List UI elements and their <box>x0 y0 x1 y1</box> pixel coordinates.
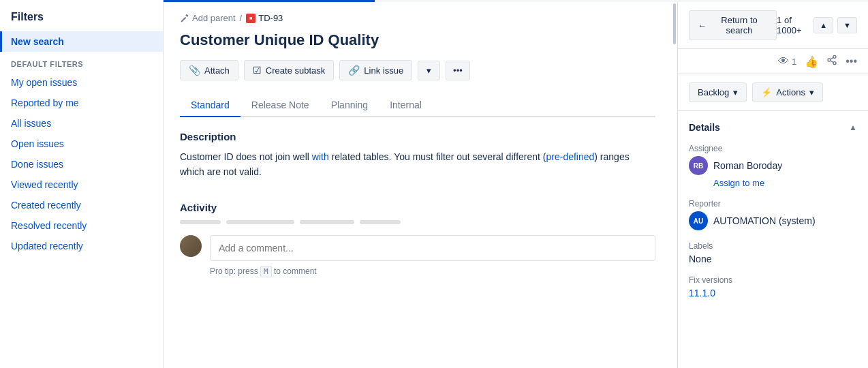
details-title: Details <box>689 122 720 133</box>
issue-header-icons: 👁 1 👍 ••• <box>678 49 868 74</box>
svg-line-4 <box>831 57 834 59</box>
pro-tip-key: M <box>260 266 272 277</box>
actions-chevron-icon: ▾ <box>809 87 814 97</box>
backlog-chevron-icon: ▾ <box>733 87 738 97</box>
extra-actions-button[interactable]: ••• <box>446 61 470 80</box>
tab-planning[interactable]: Planning <box>320 94 379 117</box>
issue-tabs: Standard Release Note Planning Internal <box>180 94 655 117</box>
activity-loading <box>180 220 655 224</box>
fix-versions-label: Fix versions <box>689 275 857 285</box>
like-icon: 👍 <box>805 55 818 68</box>
comment-area <box>180 235 655 261</box>
description-link-predefined: pre-defined <box>546 151 594 162</box>
sidebar-item-all-issues[interactable]: All issues <box>0 113 163 134</box>
actions-button[interactable]: ⚡ Actions ▾ <box>752 82 823 102</box>
issue-title[interactable]: Customer Unique ID Quality <box>180 31 655 49</box>
main-content: Add parent / TD-93 Customer Unique ID Qu… <box>164 0 868 368</box>
link-issue-button[interactable]: 🔗 Link issue <box>339 60 412 80</box>
sidebar-item-viewed-recently[interactable]: Viewed recently <box>0 174 163 195</box>
assignee-row: Assignee RB Roman Boroday Assign to me <box>689 144 857 188</box>
breadcrumb: Add parent / TD-93 <box>180 13 655 23</box>
sidebar-item-created-recently[interactable]: Created recently <box>0 195 163 215</box>
more-actions-dropdown[interactable]: ▾ <box>418 61 440 80</box>
assignee-name: Roman Boroday <box>713 160 782 171</box>
sidebar: Filters New search DEFAULT FILTERS My op… <box>0 0 164 368</box>
assignee-label: Assignee <box>689 144 857 153</box>
activity-heading: Activity <box>180 202 655 213</box>
loading-bar-4 <box>360 220 401 224</box>
add-parent-link[interactable]: Add parent <box>180 13 236 23</box>
sidebar-item-done-issues[interactable]: Done issues <box>0 154 163 174</box>
sidebar-default-filters-label: DEFAULT FILTERS <box>0 52 163 72</box>
sidebar-item-reported-by-me[interactable]: Reported by me <box>0 93 163 113</box>
labels-row: Labels None <box>689 241 857 264</box>
pagination: 1 of 1000+ ▲ ▼ <box>777 15 857 35</box>
breadcrumb-issue-id[interactable]: TD-93 <box>246 13 283 23</box>
sidebar-title: Filters <box>0 11 163 31</box>
tab-internal[interactable]: Internal <box>379 94 433 117</box>
watch-button[interactable]: 👁 1 <box>778 55 796 67</box>
ellipsis-icon: ••• <box>453 65 463 76</box>
attach-button[interactable]: 📎 Attach <box>180 60 238 80</box>
share-button[interactable] <box>826 55 837 68</box>
tab-release-note[interactable]: Release Note <box>241 94 320 117</box>
labels-label: Labels <box>689 241 857 251</box>
comment-input[interactable] <box>210 235 655 261</box>
more-options-button[interactable]: ••• <box>846 55 857 67</box>
breadcrumb-separator: / <box>240 13 243 23</box>
details-header[interactable]: Details ▲ <box>689 122 857 133</box>
loading-bar-2 <box>226 220 294 224</box>
sidebar-item-my-open-issues[interactable]: My open issues <box>0 72 163 93</box>
assign-to-me-link[interactable]: Assign to me <box>713 178 857 188</box>
sidebar-item-open-issues[interactable]: Open issues <box>0 134 163 154</box>
svg-point-2 <box>833 62 836 65</box>
tab-standard[interactable]: Standard <box>180 94 241 117</box>
fix-versions-row: Fix versions 11.1.0 <box>689 275 857 298</box>
share-icon <box>826 55 837 68</box>
prev-page-button[interactable]: ▲ <box>813 17 833 33</box>
next-page-button[interactable]: ▼ <box>837 17 857 33</box>
reporter-avatar: AU <box>689 211 708 230</box>
activity-section: Activity Pro tip: press M to co <box>180 202 655 276</box>
svg-line-3 <box>831 61 834 63</box>
current-user-avatar <box>180 235 202 257</box>
issue-main: Add parent / TD-93 Customer Unique ID Qu… <box>164 2 672 368</box>
right-panel: ← Return to search 1 of 1000+ ▲ ▼ 👁 1 <box>677 2 868 368</box>
fix-versions-value: 11.1.0 <box>689 288 857 298</box>
issue-view: Add parent / TD-93 Customer Unique ID Qu… <box>164 2 868 368</box>
sidebar-item-updated-recently[interactable]: Updated recently <box>0 236 163 256</box>
assignee-value: RB Roman Boroday <box>689 156 857 175</box>
reporter-value: AU AUTOMATION (system) <box>689 211 857 230</box>
details-section: Details ▲ Assignee RB Roman Boroday Assi… <box>678 111 868 320</box>
backlog-actions-bar: Backlog ▾ ⚡ Actions ▾ <box>678 74 868 111</box>
attach-icon: 📎 <box>189 65 200 76</box>
labels-value: None <box>689 254 857 264</box>
svg-point-1 <box>828 59 831 61</box>
lightning-icon: ⚡ <box>761 87 772 97</box>
header-actions: ← Return to search 1 of 1000+ ▲ ▼ <box>678 2 868 49</box>
reporter-row: Reporter AU AUTOMATION (system) <box>689 199 857 230</box>
fix-version-link[interactable]: 11.1.0 <box>689 288 715 298</box>
reporter-label: Reporter <box>689 199 857 209</box>
chevron-down-icon: ▾ <box>427 65 431 76</box>
svg-point-0 <box>833 55 836 58</box>
create-subtask-button[interactable]: ☑ Create subtask <box>244 60 334 80</box>
description-heading: Description <box>180 131 655 142</box>
subtask-icon: ☑ <box>253 65 262 76</box>
description-link-with: with <box>312 151 329 162</box>
main-scroll-track[interactable] <box>672 2 677 368</box>
details-chevron-icon: ▲ <box>849 123 857 132</box>
backlog-button[interactable]: Backlog ▾ <box>689 82 747 102</box>
loading-bar-1 <box>180 220 221 224</box>
link-icon: 🔗 <box>348 65 360 76</box>
loading-bar-3 <box>300 220 354 224</box>
main-scroll-thumb <box>673 3 676 44</box>
reporter-name: AUTOMATION (system) <box>713 215 816 226</box>
sidebar-item-new-search[interactable]: New search <box>0 31 163 52</box>
description-text: Customer ID does not join well with rela… <box>180 149 655 180</box>
return-to-search-button[interactable]: ← Return to search <box>689 10 777 40</box>
action-bar: 📎 Attach ☑ Create subtask 🔗 Link issue <box>180 60 655 80</box>
like-button[interactable]: 👍 <box>805 55 818 68</box>
sidebar-item-resolved-recently[interactable]: Resolved recently <box>0 215 163 236</box>
assignee-avatar: RB <box>689 156 708 175</box>
